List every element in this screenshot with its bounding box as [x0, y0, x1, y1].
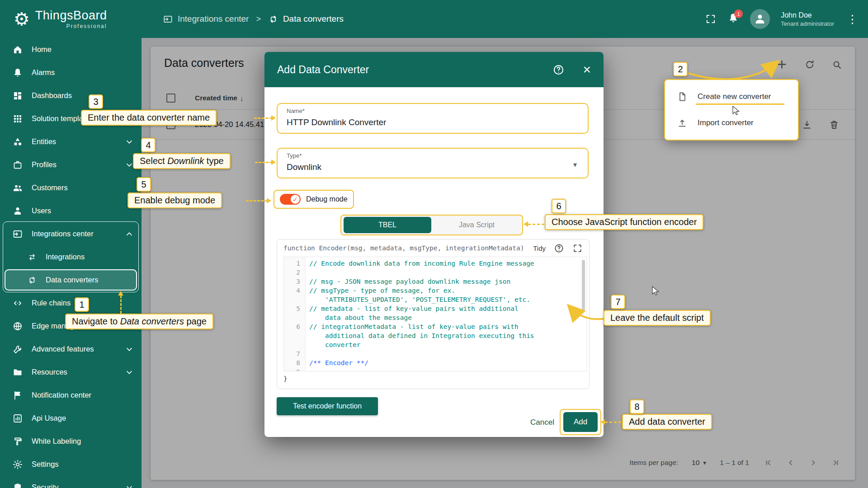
sidebar-item-security[interactable]: Security	[0, 476, 142, 488]
code-line: 4// msgType - type of message, for ex. '…	[284, 286, 586, 304]
breadcrumb-integrations-center[interactable]: Integrations center	[163, 14, 249, 24]
close-icon[interactable]: ×	[583, 61, 591, 78]
sidebar-item-label: Integrations center	[32, 230, 94, 238]
sidebar-item-profiles[interactable]: Profiles	[0, 153, 142, 176]
debug-mode-toggle[interactable]: ✓	[280, 194, 301, 205]
sidebar-item-label: Users	[32, 206, 51, 215]
integrations-icon	[27, 252, 37, 262]
code-line: 6// integrationMetadata - list of key-va…	[284, 322, 586, 349]
code-editor[interactable]: 1// Encode downlink data from incoming R…	[283, 257, 587, 371]
annotation-6-badge: 6	[552, 199, 566, 213]
annotation-8-box: Add data converter	[622, 414, 712, 430]
person-icon	[753, 12, 767, 26]
user-name: John Doe	[781, 11, 834, 20]
annotation-1-box: Navigate to Data converters page	[65, 314, 213, 329]
tab-javascript[interactable]: Java Script	[431, 221, 522, 229]
breadcrumb-data-converters[interactable]: Data converters	[268, 14, 344, 24]
sidebar-item-label: Api Usage	[32, 414, 66, 422]
app-title: ThingsBoard	[35, 9, 107, 23]
api-icon	[12, 413, 23, 424]
file-icon	[677, 91, 688, 102]
sidebar-item-label: Customers	[32, 183, 68, 192]
sidebar-item-label: Security	[32, 483, 59, 488]
sidebar-item-data-converters[interactable]: Data converters	[5, 269, 137, 291]
line-number: 4	[284, 286, 306, 295]
help-icon[interactable]	[552, 64, 565, 76]
chevron-down-icon: ▾	[573, 160, 577, 169]
closing-brace: }	[277, 371, 589, 382]
sidebar-item-entities[interactable]: Entities	[0, 130, 142, 153]
editor-help-icon[interactable]	[554, 243, 564, 253]
notifications-button[interactable]: 1	[727, 12, 739, 26]
tab-tbel[interactable]: TBEL	[344, 217, 431, 233]
upload-icon	[677, 117, 688, 128]
sidebar-item-dashboards[interactable]: Dashboards	[0, 84, 142, 107]
line-number: 6	[284, 322, 306, 331]
sidebar-item-users[interactable]: Users	[0, 199, 142, 222]
integrations-center-icon	[163, 14, 173, 24]
app-logo[interactable]: ⚙ ThingsBoard Professional	[14, 5, 107, 33]
code-line: 5// metadata - list of key-value pairs w…	[284, 304, 586, 322]
home-icon	[12, 44, 23, 55]
annotation-3-arrow	[271, 115, 276, 121]
users-icon	[12, 206, 23, 216]
menu-item-import-converter[interactable]: Import converter	[665, 110, 798, 136]
code-line: 7	[284, 349, 586, 358]
name-field[interactable]: Name* HTTP Downlink Converter	[277, 103, 589, 134]
thingsboard-logo-icon: ⚙	[14, 5, 30, 33]
breadcrumb: Integrations center > Data converters	[163, 0, 344, 38]
chevron-up-icon	[124, 229, 134, 239]
more-menu-icon[interactable]: ⋮	[845, 14, 860, 25]
menu-item-create-new-converter[interactable]: Create new converter	[665, 84, 798, 110]
avatar[interactable]	[750, 9, 770, 29]
sidebar-item-white-labeling[interactable]: White Labeling	[0, 430, 142, 453]
sidebar-item-label: Alarms	[32, 68, 55, 77]
tidy-button[interactable]: Tidy	[533, 244, 546, 252]
sidebar-item-home[interactable]: Home	[0, 38, 142, 61]
code-line: 3// msg - JSON message payload downlink …	[284, 277, 586, 286]
sidebar-item-alarms[interactable]: Alarms	[0, 61, 142, 84]
type-select[interactable]: Type* Downlink ▾	[277, 148, 589, 178]
annotation-8-badge: 8	[630, 399, 644, 414]
name-label: Name*	[287, 108, 305, 114]
debug-mode-toggle-group: ✓ Debug mode	[274, 190, 354, 209]
resources-icon	[12, 367, 23, 378]
sidebar-item-label: Integrations	[46, 253, 85, 261]
annotation-4-box: Select Downlink type	[133, 153, 231, 169]
data-converters-icon	[27, 275, 37, 285]
code-line: 2	[284, 268, 586, 277]
cancel-button[interactable]: Cancel	[526, 415, 559, 430]
annotation-2-underline	[696, 103, 784, 105]
code-text: // msg - JSON message payload downlink m…	[306, 277, 586, 286]
add-button[interactable]: Add	[563, 412, 598, 432]
annotation-4-arrow	[271, 160, 276, 165]
breadcrumb-separator: >	[256, 14, 261, 24]
sidebar-item-notification-center[interactable]: Notification center	[0, 384, 142, 407]
notification-badge: 1	[734, 9, 743, 18]
function-signature: function Encoder(msg, metadata, msgType,…	[283, 244, 525, 252]
sidebar-item-integrations[interactable]: Integrations	[0, 245, 142, 268]
annotation-5-box: Enable debug mode	[127, 192, 222, 208]
sidebar-item-advanced-features[interactable]: Advanced features	[0, 338, 142, 361]
annotation-7-badge: 7	[611, 295, 625, 309]
sidebar-item-settings[interactable]: Settings	[0, 453, 142, 476]
sidebar-item-label: Settings	[32, 460, 59, 469]
annotation-3-box: Enter the data converter name	[81, 110, 217, 126]
code-line: 8/** Encoder **/	[284, 358, 586, 367]
sidebar-item-integrations-center[interactable]: Integrations center	[0, 222, 142, 245]
code-text: /** Encoder **/	[306, 358, 586, 367]
bell-icon	[12, 67, 23, 78]
sidebar-item-label: Data converters	[46, 276, 98, 284]
annotation-2-badge: 2	[673, 62, 688, 76]
test-encoder-button[interactable]: Test encoder function	[277, 397, 378, 415]
editor-expand-icon[interactable]	[572, 243, 583, 253]
sidebar-item-api-usage[interactable]: Api Usage	[0, 407, 142, 430]
line-number: 5	[284, 304, 306, 313]
apps-icon	[12, 113, 23, 124]
settings-icon	[12, 459, 23, 470]
sidebar-item-customers[interactable]: Customers	[0, 176, 142, 199]
fullscreen-icon[interactable]	[705, 13, 717, 25]
editor-scrollbar[interactable]	[582, 260, 585, 310]
sidebar-item-label: Dashboards	[32, 91, 72, 100]
sidebar-item-resources[interactable]: Resources	[0, 361, 142, 384]
